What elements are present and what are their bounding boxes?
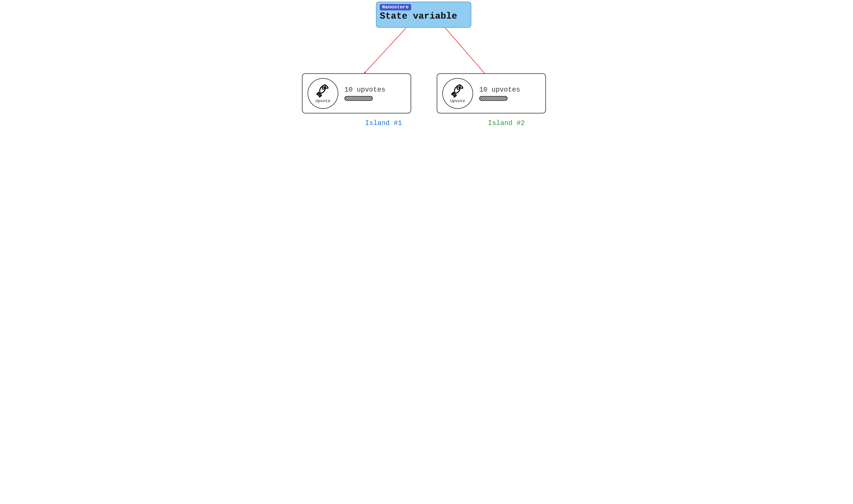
state-variable-title: State variable — [380, 12, 467, 21]
diagram-canvas: Nanostore State variable Upvote 10 upvot… — [297, 0, 556, 133]
island-info: 10 upvotes — [344, 86, 385, 101]
upvote-button[interactable]: Upvote — [307, 78, 338, 109]
svg-rect-3 — [480, 96, 507, 100]
rocket-icon — [316, 84, 331, 98]
redacted-bar — [479, 96, 508, 101]
island-card-1: Upvote 10 upvotes — [302, 73, 411, 113]
island-caption-1: Island #1 — [365, 120, 402, 127]
rocket-icon — [450, 84, 465, 98]
arrow-to-island-1 — [364, 28, 406, 73]
island-info: 10 upvotes — [479, 86, 520, 101]
upvote-button-label: Upvote — [316, 99, 330, 103]
upvote-count-text: 10 upvotes — [344, 86, 385, 94]
arrow-to-island-2 — [445, 28, 489, 78]
island-card-2: Upvote 10 upvotes — [437, 73, 546, 113]
redacted-bar — [344, 96, 373, 101]
upvote-button-label: Upvote — [450, 99, 465, 103]
svg-point-0 — [322, 87, 325, 89]
island-caption-2: Island #2 — [488, 120, 525, 127]
svg-point-2 — [457, 87, 459, 89]
upvote-button[interactable]: Upvote — [442, 78, 473, 109]
nanostore-badge: Nanostore — [380, 4, 411, 11]
svg-rect-1 — [345, 96, 372, 100]
upvote-count-text: 10 upvotes — [479, 86, 520, 94]
state-variable-box: Nanostore State variable — [376, 2, 471, 28]
